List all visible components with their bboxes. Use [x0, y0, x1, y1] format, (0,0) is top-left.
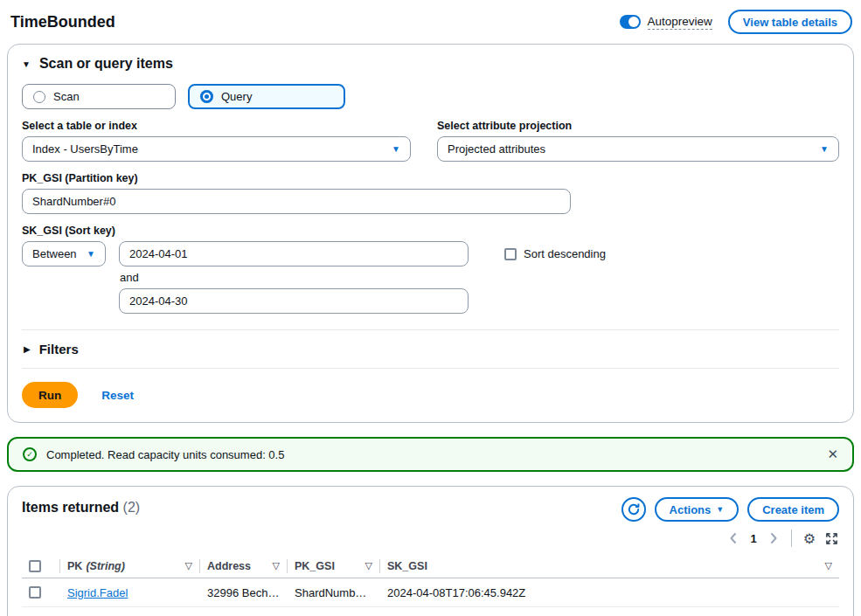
sort-descending-checkbox-group[interactable]: Sort descending	[504, 247, 606, 260]
filters-label: Filters	[39, 342, 79, 356]
table-header-row: PK (String) ▽ Address ▽ PK_GSI ▽ SK_GSI …	[22, 554, 839, 578]
autopreview-toggle[interactable]	[620, 15, 641, 29]
close-icon[interactable]: ✕	[827, 446, 838, 462]
collapse-caret-icon[interactable]: ▼	[22, 59, 31, 69]
create-item-button[interactable]: Create item	[747, 497, 839, 522]
column-pk-gsi-label: PK_GSI	[295, 560, 335, 572]
chevron-left-icon	[728, 532, 739, 544]
items-returned-title: Items returned (2)	[22, 497, 140, 516]
item-pk-link[interactable]: Sigrid.Fadel	[67, 586, 128, 599]
mode-selector: Scan Query	[22, 84, 839, 109]
autopreview-label: Autopreview	[648, 15, 712, 30]
success-alert: ✓ Completed. Read capacity units consume…	[7, 437, 854, 472]
sort-filter-icon[interactable]: ▽	[185, 560, 192, 571]
page-title: TimeBounded	[10, 13, 115, 31]
and-label: and	[120, 271, 839, 284]
top-bar: TimeBounded Autopreview View table detai…	[7, 7, 854, 35]
projection-select-value: Projected attributes	[448, 142, 545, 156]
table-select-value: Index - UsersByTime	[32, 142, 138, 156]
select-all-checkbox[interactable]	[29, 560, 41, 572]
mode-option-scan[interactable]: Scan	[22, 84, 176, 109]
collapsed-caret-icon[interactable]: ▶	[24, 344, 31, 354]
table-select[interactable]: Index - UsersByTime ▼	[22, 136, 411, 162]
chevron-right-icon	[768, 532, 779, 544]
run-button[interactable]: Run	[22, 382, 78, 408]
column-address-label: Address	[207, 560, 251, 572]
success-check-icon: ✓	[23, 447, 37, 461]
projection-select-label: Select attribute projection	[437, 120, 839, 132]
projection-select[interactable]: Projected attributes ▼	[437, 136, 839, 162]
row-checkbox[interactable]	[29, 586, 41, 599]
toggle-knob	[628, 17, 639, 27]
divider	[22, 368, 839, 369]
sort-key-condition-value: Between	[32, 247, 77, 260]
sort-key-from-input[interactable]	[119, 241, 469, 266]
items-returned-label: Items returned	[22, 500, 119, 515]
cell-pk-gsi: ShardNumb…	[288, 586, 380, 599]
expand-icon	[825, 532, 838, 545]
mode-scan-label: Scan	[53, 90, 80, 103]
column-header-pk[interactable]: PK (String) ▽	[60, 559, 200, 573]
chevron-down-icon: ▼	[820, 144, 829, 154]
actions-label: Actions	[670, 503, 712, 516]
top-bar-actions: Autopreview View table details	[620, 10, 852, 34]
sort-key-condition-select[interactable]: Between ▼	[22, 241, 106, 266]
column-header-sk-gsi[interactable]: SK_GSI ▽	[380, 559, 839, 573]
table-select-label: Select a table or index	[22, 120, 411, 132]
chevron-down-icon: ▼	[392, 144, 400, 154]
mode-query-label: Query	[221, 90, 252, 103]
alert-message: Completed. Read capacity units consumed:…	[46, 448, 817, 461]
items-returned-panel: Items returned (2) Actions ▼ Create item	[7, 486, 854, 616]
column-header-pk-gsi[interactable]: PK_GSI ▽	[288, 559, 380, 573]
pagination-prev-button[interactable]	[726, 530, 740, 546]
fullscreen-button[interactable]	[824, 531, 839, 546]
scan-query-panel-header[interactable]: ▼ Scan or query items	[22, 56, 839, 72]
gear-icon: ⚙	[803, 530, 816, 547]
chevron-down-icon: ▼	[87, 249, 95, 259]
autopreview-toggle-group[interactable]: Autopreview	[620, 15, 712, 30]
filters-section-header[interactable]: ▶ Filters	[22, 330, 839, 368]
pagination-next-button[interactable]	[767, 530, 781, 546]
refresh-icon	[627, 502, 641, 516]
partition-key-input[interactable]	[22, 189, 571, 214]
table-row: Sigrid.Fadel 32996 Bech… ShardNumb… 2024…	[22, 578, 839, 607]
sort-filter-icon[interactable]: ▽	[273, 560, 280, 571]
cell-sk-gsi: 2024-04-08T17:06:45.942Z	[380, 586, 839, 599]
scan-query-panel: ▼ Scan or query items Scan Query Select …	[7, 44, 854, 423]
scan-query-panel-title: Scan or query items	[39, 56, 173, 72]
sort-key-to-input[interactable]	[119, 288, 469, 314]
divider	[791, 529, 792, 547]
actions-button[interactable]: Actions ▼	[655, 497, 739, 522]
radio-off-icon	[33, 91, 45, 103]
preferences-button[interactable]: ⚙	[802, 529, 816, 548]
radio-on-icon	[200, 90, 213, 103]
column-pk-type: (String)	[86, 560, 124, 572]
column-header-address[interactable]: Address ▽	[200, 559, 288, 573]
sort-descending-checkbox[interactable]	[504, 248, 517, 260]
partition-key-label: PK_GSI (Partition key)	[22, 172, 839, 184]
sort-filter-icon[interactable]: ▽	[365, 560, 372, 571]
sort-key-label: SK_GSI (Sort key)	[22, 225, 839, 237]
items-returned-count: (2)	[123, 500, 141, 515]
column-pk-label: PK	[67, 560, 82, 572]
pagination-current-page[interactable]: 1	[748, 532, 758, 545]
reset-button[interactable]: Reset	[101, 389, 134, 402]
sort-descending-label: Sort descending	[524, 247, 606, 260]
table-row: Lonzo44 5484 The O… ShardNumb… 2024-04-1…	[22, 607, 839, 616]
mode-option-query[interactable]: Query	[188, 84, 345, 109]
chevron-down-icon: ▼	[716, 505, 724, 514]
refresh-button[interactable]	[621, 497, 646, 522]
cell-address: 32996 Bech…	[200, 586, 288, 599]
sort-filter-icon[interactable]: ▽	[825, 560, 832, 571]
column-sk-gsi-label: SK_GSI	[387, 560, 427, 572]
view-table-details-button[interactable]: View table details	[728, 10, 852, 34]
